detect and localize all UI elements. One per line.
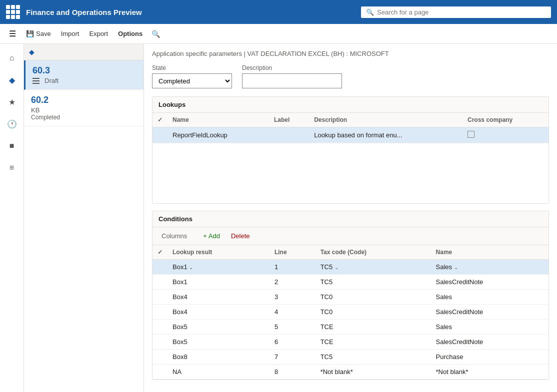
- cond-lookup-result: Box5: [168, 320, 270, 335]
- cond-taxcode: TC0: [316, 290, 431, 305]
- cond-line: 7: [270, 350, 316, 365]
- search-box[interactable]: 🔍: [361, 6, 551, 18]
- content-panel: Application specific parameters | VAT DE…: [144, 44, 557, 392]
- drag-handle-icon: [32, 78, 40, 84]
- search-input[interactable]: [377, 8, 546, 16]
- cond-name: SalesCreditNote: [431, 335, 548, 350]
- state-select[interactable]: Completed: [152, 73, 232, 88]
- cond-name: *Not blank*: [431, 365, 548, 380]
- row-check: [152, 305, 168, 320]
- cond-lookup-result: Box4: [168, 305, 270, 320]
- list-item[interactable]: 60.3 Draft: [24, 60, 144, 90]
- lookups-col-name: Name: [168, 113, 269, 127]
- cond-lookup-result: Box1: [168, 275, 270, 290]
- breadcrumb: Application specific parameters | VAT DE…: [152, 50, 549, 57]
- options-button[interactable]: Options: [113, 27, 148, 40]
- sidebar-icons: ⌂ ◆ ★ 🕐 ■ ≡: [0, 44, 24, 392]
- save-button[interactable]: 💾 Save: [21, 27, 56, 40]
- cond-lookup-result: NA: [168, 365, 270, 380]
- cond-line: 5: [270, 320, 316, 335]
- lookups-col-crosscompany: Cross company: [462, 113, 548, 127]
- modules-icon[interactable]: ≡: [2, 158, 22, 178]
- cond-line: 4: [270, 305, 316, 320]
- main-layout: ⌂ ◆ ★ 🕐 ■ ≡ ◆ 60.3 Draft 60.2 KB Co: [0, 44, 557, 392]
- list-panel: ◆ 60.3 Draft 60.2 KB Completed: [24, 44, 144, 392]
- lookups-col-description: Description: [309, 113, 462, 127]
- cond-name: SalesCreditNote: [431, 275, 548, 290]
- row-check: [152, 320, 168, 335]
- list-item-version: 60.3: [32, 65, 136, 76]
- form-row: State Completed Description: [152, 64, 549, 88]
- lookups-col-check: ✓: [152, 113, 168, 127]
- command-bar: ☰ 💾 Save Import Export Options 🔍: [0, 24, 557, 44]
- search-icon: 🔍: [366, 8, 374, 16]
- crosscompany-checkbox[interactable]: [468, 131, 474, 138]
- list-item[interactable]: 60.2 KB Completed: [24, 90, 144, 126]
- lookup-description: Lookup based on format enu...: [309, 127, 462, 143]
- import-button[interactable]: Import: [56, 27, 84, 40]
- cond-col-taxcode: Tax code (Code): [316, 245, 431, 260]
- cond-name: SalesCreditNote: [431, 305, 548, 320]
- columns-button[interactable]: Columns: [158, 231, 190, 241]
- cond-col-lookup-result: Lookup result: [168, 245, 270, 260]
- description-label: Description: [242, 64, 342, 71]
- workspaces-icon[interactable]: ■: [2, 136, 22, 156]
- recent-icon[interactable]: 🕐: [2, 114, 22, 134]
- row-check: [152, 290, 168, 305]
- table-row[interactable]: Box1 2 TC5 SalesCreditNote: [152, 275, 548, 290]
- cond-taxcode: *Not blank*: [316, 365, 431, 380]
- table-row[interactable]: Box1 ⌄ 1 TC5 ⌄ Sales ⌄: [152, 260, 548, 275]
- table-row[interactable]: Box4 3 TC0 Sales: [152, 290, 548, 305]
- list-filter-icon[interactable]: ◆: [29, 48, 34, 56]
- row-check: [152, 365, 168, 380]
- lookup-label: [269, 127, 309, 143]
- cond-line: 6: [270, 335, 316, 350]
- conditions-table: ✓ Lookup result Line Tax code (Code) Nam…: [152, 245, 548, 380]
- command-search-button[interactable]: 🔍: [148, 27, 164, 41]
- lookups-section: Lookups ✓ Name Label Description Cross c…: [152, 96, 549, 204]
- table-row[interactable]: Box4 4 TC0 SalesCreditNote: [152, 305, 548, 320]
- list-panel-header: ◆: [24, 44, 144, 60]
- lookups-title: Lookups: [152, 97, 548, 113]
- state-field: State Completed: [152, 64, 232, 88]
- table-row[interactable]: ReportFieldLookup Lookup based on format…: [152, 127, 548, 143]
- row-check: [152, 260, 168, 275]
- filter-icon[interactable]: ◆: [2, 70, 22, 90]
- table-row[interactable]: NA 8 *Not blank* *Not blank*: [152, 365, 548, 380]
- description-input[interactable]: [242, 73, 342, 88]
- cond-line: 2: [270, 275, 316, 290]
- app-title: Finance and Operations Preview: [26, 8, 361, 16]
- table-row[interactable]: Box5 6 TCE SalesCreditNote: [152, 335, 548, 350]
- conditions-section: Conditions Columns + Add Delete ✓ Lookup…: [152, 211, 549, 380]
- lookups-table: ✓ Name Label Description Cross company R…: [152, 113, 548, 143]
- cond-taxcode: TC5 ⌄: [316, 260, 431, 275]
- list-item-status: Draft: [32, 77, 136, 84]
- cond-name: Sales ⌄: [431, 260, 548, 275]
- lookups-col-label: Label: [269, 113, 309, 127]
- cond-lookup-result: Box4: [168, 290, 270, 305]
- cond-lookup-result: Box8: [168, 350, 270, 365]
- cond-taxcode: TCE: [316, 335, 431, 350]
- lookups-empty-space: [152, 143, 548, 203]
- cond-taxcode: TC0: [316, 305, 431, 320]
- export-button[interactable]: Export: [84, 27, 113, 40]
- home-icon[interactable]: ⌂: [2, 48, 22, 68]
- list-item-status: KB: [31, 106, 136, 114]
- top-bar: Finance and Operations Preview 🔍: [0, 0, 557, 24]
- cond-taxcode: TC5: [316, 275, 431, 290]
- row-check: [152, 275, 168, 290]
- cond-taxcode: TCE: [316, 320, 431, 335]
- description-field: Description: [242, 64, 342, 88]
- favorites-icon[interactable]: ★: [2, 92, 22, 112]
- table-row[interactable]: Box8 7 TC5 Purchase: [152, 350, 548, 365]
- cond-lookup-result: Box1 ⌄: [168, 260, 270, 275]
- add-button[interactable]: + Add: [200, 231, 223, 241]
- delete-button[interactable]: Delete: [228, 231, 253, 241]
- cond-line: 8: [270, 365, 316, 380]
- table-row[interactable]: Box5 5 TCE Sales: [152, 320, 548, 335]
- cond-line: 3: [270, 290, 316, 305]
- cond-name: Sales: [431, 290, 548, 305]
- hamburger-menu-button[interactable]: ☰: [4, 26, 21, 41]
- app-launcher-button[interactable]: [6, 5, 20, 19]
- list-item-status2: Completed: [31, 114, 136, 121]
